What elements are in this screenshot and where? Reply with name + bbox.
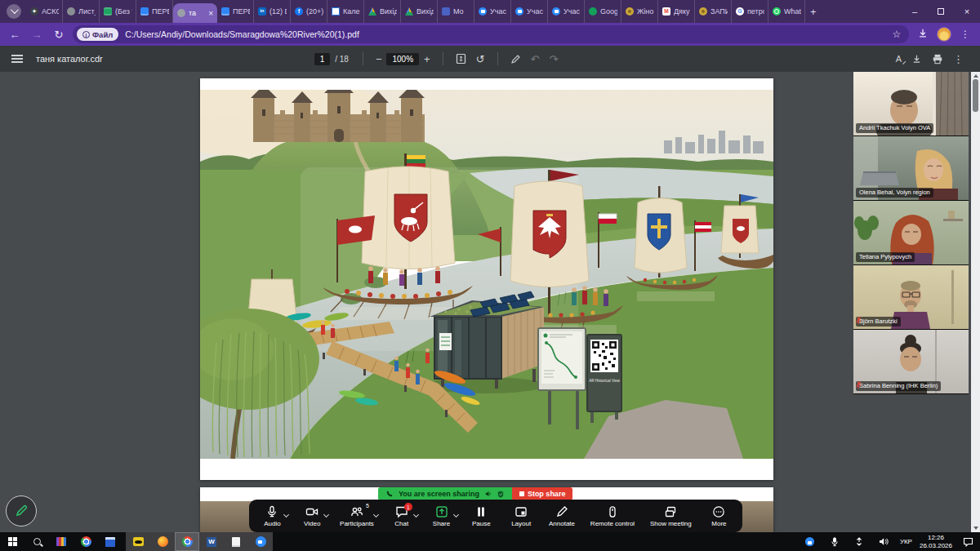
zoom-participants-panel[interactable]: Andrii Tkachuk Volyn OVA Olena Behal, Vo… [853,72,969,394]
tab-zoom-1[interactable]: Учас [474,0,511,23]
tray-zoom[interactable] [798,532,822,551]
tab-drive-2[interactable]: Вихід [401,0,438,23]
taskbar-winrar[interactable] [49,532,74,551]
browser-menu-icon[interactable]: ⋮ [957,29,973,40]
maximize-button[interactable] [928,0,954,23]
tab-zapy[interactable]: ЗАПИ [695,0,732,23]
reload-button[interactable]: ↻ [51,29,67,41]
stop-share-button[interactable]: Stop share [512,487,573,500]
tab-lyst[interactable]: Лист_ [63,0,100,23]
text-annotate-icon[interactable]: A [896,54,902,64]
tab-petro[interactable]: Gпетро [732,0,768,23]
print-icon[interactable] [932,54,943,64]
participant-tile-andrii[interactable]: Andrii Tkachuk Volyn OVA [853,72,969,136]
taskbar-bat-app[interactable] [126,532,150,551]
participant-tile-olena[interactable]: Olena Behal, Volyn region [853,136,969,200]
video-button[interactable]: Video [295,502,329,530]
pdf-more-icon[interactable]: ⋮ [953,54,964,64]
tab-asko[interactable]: ✦АСКО [26,0,63,23]
tab-drive-1[interactable]: Вихід [364,0,401,23]
participants-button[interactable]: 5 Participants [335,502,379,530]
tab-facebook[interactable]: f(20+) [291,0,327,23]
taskbar-chrome-pinned[interactable] [74,532,98,551]
tab-gmail[interactable]: MДяку [658,0,695,23]
zoom-out-button[interactable]: − [376,54,382,64]
taskbar-clock[interactable]: 12:26 26.03.2026 [920,534,952,549]
chevron-up-icon[interactable] [323,512,329,518]
more-button[interactable]: More [702,502,736,530]
zoom-in-button[interactable]: + [424,54,430,64]
close-tab-icon[interactable]: × [208,9,213,18]
tab-active-pdf[interactable]: та× [173,3,217,23]
close-window-button[interactable]: × [954,0,980,23]
zoom-level-value[interactable]: 100% [386,53,419,65]
tab-zhino[interactable]: Жіно [621,0,658,23]
chevron-up-icon[interactable] [373,512,379,518]
tab-google-app[interactable]: Goog [585,0,621,23]
chevron-up-icon[interactable] [283,512,289,518]
show-meeting-button[interactable]: Show meeting [645,502,697,530]
tab-calendar[interactable]: Кале [327,0,364,23]
remote-control-button[interactable]: Remote control [586,502,639,530]
minimize-button[interactable]: – [902,0,928,23]
participant-tile-sabrina[interactable]: Sabrina Benning (IHK Berlin) [853,330,969,393]
profile-avatar[interactable] [937,27,951,42]
globe-icon [67,7,75,16]
pdf-download-icon[interactable] [911,54,922,64]
windows-taskbar: W УКР 12:26 26.03.2026 [0,532,980,551]
tab-zoom-3[interactable]: Учас [548,0,585,23]
draw-pen-icon[interactable] [510,54,521,64]
tab-zoom-2[interactable]: Учас [511,0,548,23]
taskbar-notepad[interactable] [224,532,248,551]
scrollbar-thumb[interactable] [973,79,978,112]
scroll-down-arrow[interactable] [973,527,978,530]
forward-button[interactable]: → [29,29,45,41]
annotate-button[interactable]: Annotate [544,502,580,530]
chevron-up-icon[interactable] [452,512,458,518]
pdf-menu-icon[interactable] [11,55,23,63]
tab-linkedin[interactable]: in(12) D [254,0,291,23]
annotation-pencil-button[interactable] [6,495,37,527]
page-number-input[interactable]: 1 [314,53,331,65]
bookmark-star-icon[interactable]: ☆ [889,29,905,40]
language-indicator[interactable]: УКР [900,538,912,545]
back-button[interactable]: ← [7,29,23,41]
tab-sheets[interactable]: (Без т [100,0,136,23]
layout-button[interactable]: Layout [504,502,538,530]
participant-tile-tetiana[interactable]: Tetiana Pylypovych [853,201,969,264]
share-button[interactable]: Share [425,502,459,530]
rotate-icon[interactable]: ↺ [476,54,485,64]
new-tab-button[interactable]: + [810,6,817,18]
tab-whatsapp[interactable]: What [768,0,805,23]
chat-button[interactable]: 1 Chat [385,502,419,530]
pause-button[interactable]: Pause [464,502,498,530]
fit-page-icon[interactable] [456,53,466,64]
scroll-up-arrow[interactable] [973,74,978,78]
tray-mic[interactable] [822,532,847,551]
pdf-scrollbar[interactable] [971,72,980,532]
pdf-viewport[interactable]: AR Historical View [0,72,980,532]
taskbar-word[interactable]: W [199,532,224,551]
taskbar-firefox[interactable] [150,532,175,551]
tab-docs-2[interactable]: ПЕРЕ [217,0,254,23]
tray-cast[interactable] [847,532,871,551]
tab-search-button[interactable] [7,4,21,19]
action-center-button[interactable] [956,532,980,551]
participant-name-label: Björn Barutzki [856,317,901,327]
taskbar-save-app[interactable] [98,532,122,551]
tab-docs-1[interactable]: ПЕРЕ [136,0,173,23]
undo-icon[interactable]: ↶ [531,54,540,64]
redo-icon[interactable]: ↷ [549,54,558,64]
participant-tile-bjorn[interactable]: Björn Barutzki [853,265,969,329]
taskbar-zoom[interactable] [248,532,273,551]
taskbar-chrome-active[interactable] [175,532,199,551]
start-button[interactable] [0,532,24,551]
taskbar-search-button[interactable] [24,532,49,551]
downloads-icon[interactable] [915,28,931,42]
address-bar[interactable]: iФайл C:/Users/Andiy/Downloads/Smaragdow… [73,25,909,43]
file-scheme-chip[interactable]: iФайл [77,28,118,41]
audio-button[interactable]: Audio [255,502,289,530]
tray-volume[interactable] [871,532,896,551]
chevron-up-icon[interactable] [413,512,419,518]
tab-mon[interactable]: Мо [438,0,474,23]
